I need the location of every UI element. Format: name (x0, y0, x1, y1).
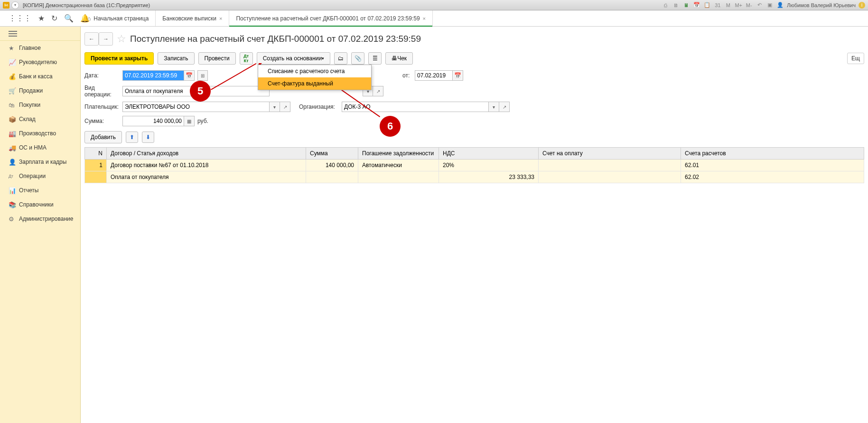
search-icon[interactable]: 🔍 (64, 14, 74, 23)
calc-icon[interactable]: 🖩 (682, 1, 690, 9)
col-accounts[interactable]: Счета расчетов (681, 148, 864, 160)
post-button[interactable]: Провести (198, 52, 236, 65)
m-plus-icon[interactable]: M+ (735, 1, 742, 9)
dropdown-icon[interactable]: ▾ (489, 102, 499, 112)
person-icon: 👤 (9, 159, 19, 166)
favorite-icon[interactable]: ☆ (117, 33, 126, 45)
cell-sum (306, 171, 358, 183)
history-icon[interactable]: ↻ (51, 14, 57, 23)
sidebar-item-reports[interactable]: 📊Отчеты (0, 183, 80, 197)
calendar-icon[interactable]: 📅 (184, 70, 195, 81)
user-icon: 👤 (776, 1, 784, 9)
date-input[interactable] (122, 70, 184, 81)
move-up-button[interactable]: ⬆ (126, 132, 138, 143)
col-sum[interactable]: Сумма (306, 148, 358, 160)
sidebar-item-admin[interactable]: ⚙Администрирование (0, 212, 80, 226)
sidebar-item-production[interactable]: 🏭Производство (0, 126, 80, 141)
move-down-button[interactable]: ⬇ (142, 132, 154, 143)
col-invoice[interactable]: Счет на оплату (539, 148, 681, 160)
org-input[interactable] (342, 102, 489, 112)
dropdown-icon[interactable]: ▾ (270, 102, 280, 112)
close-icon[interactable]: × (423, 16, 426, 21)
cheque-button[interactable]: 🖶 Чек (385, 52, 413, 65)
back-icon[interactable]: ↶ (756, 1, 763, 9)
bars-icon: 📊 (9, 187, 19, 194)
app-menu-dropdown[interactable]: ▾ (11, 1, 19, 9)
calendar-icon[interactable]: 📅 (693, 1, 700, 9)
info-icon[interactable]: i (859, 2, 865, 9)
attach-button[interactable]: 📎 (351, 52, 364, 65)
create-based-on-button[interactable]: Создать на основании ▾ (257, 52, 331, 65)
tab-document[interactable]: Поступление на расчетный счет ДКБП-00000… (229, 10, 433, 26)
list-button[interactable]: ☰ (368, 52, 382, 65)
open-icon[interactable]: ↗ (373, 86, 383, 96)
sidebar-label: Справочники (19, 201, 54, 208)
sidebar-item-hr[interactable]: 👤Зарплата и кадры (0, 155, 80, 169)
open-icon[interactable]: ↗ (280, 102, 290, 112)
cell-contract: Договор поставки №67 от 01.10.2018 (107, 160, 306, 171)
sidebar-item-manager[interactable]: 📈Руководителю (0, 55, 80, 69)
sidebar-label: Производство (19, 130, 56, 137)
sidebar-label: Руководителю (19, 59, 57, 66)
from-date-input[interactable] (415, 70, 453, 81)
col-contract[interactable]: Договор / Статья доходов (107, 148, 306, 160)
sidebar-label: Отчеты (19, 187, 38, 194)
sidebar-item-catalogs[interactable]: 📚Справочники (0, 197, 80, 212)
dropdown-item-writeoff[interactable]: Списание с расчетного счета (258, 65, 371, 77)
sidebar-item-bank[interactable]: 💰Банк и касса (0, 69, 80, 84)
save-icon[interactable]: 🗎 (672, 1, 680, 9)
close-icon[interactable]: × (219, 16, 222, 21)
cell-debt (358, 171, 439, 183)
nav-back-button[interactable]: ← (84, 32, 99, 46)
post-and-close-button[interactable]: Провести и закрыть (84, 52, 154, 65)
dtkt-button[interactable]: ДтКт (240, 52, 253, 65)
calc-icon[interactable]: ▦ (184, 116, 195, 126)
calendar-icon[interactable]: 📅 (453, 70, 463, 81)
sidebar-item-assets[interactable]: 🚚ОС и НМА (0, 141, 80, 155)
factory-icon: 🏭 (9, 130, 19, 137)
nav-forward-button[interactable]: → (99, 32, 113, 46)
cart-icon: 🛒 (9, 87, 19, 94)
sidebar-label: Покупки (19, 102, 40, 108)
dtkt-icon: Дт (9, 174, 19, 179)
table-row[interactable]: Оплата от покупателя 23 333,33 62.02 (85, 171, 864, 183)
dropdown-item-invoice[interactable]: Счет-фактура выданный (258, 77, 371, 90)
apps-icon[interactable]: ⋮⋮⋮ (9, 14, 31, 23)
tab-home-label: Начальная страница (93, 15, 149, 22)
cell-vat: 20% (439, 160, 539, 171)
user-name[interactable]: Любимов Валерий Юрьевич (787, 2, 856, 8)
col-n[interactable]: N (85, 148, 107, 160)
status-button[interactable]: ⊞ (197, 70, 208, 81)
sum-input[interactable] (122, 116, 184, 126)
sidebar-item-sales[interactable]: 🛒Продажи (0, 84, 80, 98)
sidebar-item-warehouse[interactable]: 📦Склад (0, 112, 80, 126)
sidebar-item-operations[interactable]: ДтОперации (0, 169, 80, 183)
payer-input[interactable] (122, 102, 270, 112)
save-button[interactable]: Записать (158, 52, 194, 65)
sidebar-item-purchases[interactable]: 🛍Покупки (0, 98, 80, 112)
col-debt[interactable]: Погашение задолженности (358, 148, 439, 160)
date-icon[interactable]: 31 (714, 1, 721, 9)
star-icon[interactable]: ★ (38, 14, 45, 23)
callout-5: 5 (190, 81, 211, 102)
tab-bank-statements[interactable]: Банковские выписки × (156, 10, 229, 26)
add-row-button[interactable]: Добавить (84, 131, 122, 143)
create-based-dropdown: Списание с расчетного счета Счет-фактура… (258, 65, 372, 90)
sidebar: ★Главное 📈Руководителю 💰Банк и касса 🛒Пр… (0, 27, 81, 423)
sidebar-collapse[interactable] (0, 27, 80, 41)
cell-account: 62.01 (681, 160, 864, 171)
sidebar-label: Продажи (19, 87, 43, 94)
open-icon[interactable]: ↗ (499, 102, 510, 112)
m-minus-icon[interactable]: M- (745, 1, 753, 9)
cell-vat: 23 333,33 (439, 171, 539, 183)
panel-icon[interactable]: ▣ (766, 1, 774, 9)
m-icon[interactable]: M (724, 1, 732, 9)
schedule-icon[interactable]: 📋 (703, 1, 711, 9)
print-icon[interactable]: ⎙ (662, 1, 669, 9)
col-vat[interactable]: НДС (439, 148, 539, 160)
structure-button[interactable]: 🗂 (334, 52, 347, 65)
tab-home[interactable]: ⌂ Начальная страница (81, 10, 156, 26)
sidebar-item-main[interactable]: ★Главное (0, 41, 80, 55)
table-row[interactable]: 1 Договор поставки №67 от 01.10.2018 140… (85, 160, 864, 171)
more-button[interactable]: Ещ (847, 53, 864, 64)
